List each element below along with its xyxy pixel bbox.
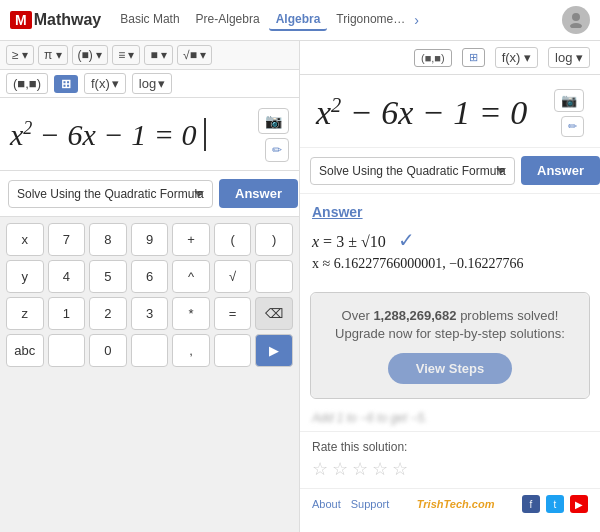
nav-pre-algebra[interactable]: Pre-Algebra: [189, 9, 267, 31]
solve-method-select-right[interactable]: Solve Using the Quadratic Formula: [310, 157, 515, 185]
calc-key-6[interactable]: 6: [131, 260, 169, 293]
calc-key-y[interactable]: y: [6, 260, 44, 293]
star-3[interactable]: ☆: [352, 458, 368, 480]
answer-section: Answer x = 3 ± √10 ✓ x ≈ 6.1622776600000…: [300, 194, 600, 286]
calc-key-lparen[interactable]: (: [214, 223, 252, 256]
right-top-nav: (■,■) ⊞ f(x) ▾ log ▾: [300, 41, 600, 75]
logo-m: M: [10, 11, 32, 29]
calc-key-empty1: [255, 260, 293, 293]
pencil-button-left[interactable]: ✏: [265, 138, 289, 162]
pencil-icon-right: ✏: [568, 120, 577, 132]
equation-display-left[interactable]: x2 − 6x − 1 = 0: [10, 118, 250, 152]
nav-more-button[interactable]: ›: [414, 9, 419, 31]
camera-icon-left: 📷: [265, 113, 282, 129]
answer-button-left[interactable]: Answer: [219, 179, 298, 208]
fx-btn-left[interactable]: f(x) ▾: [84, 73, 126, 94]
answer-label[interactable]: Answer: [312, 204, 588, 220]
camera-button-left[interactable]: 📷: [258, 108, 289, 134]
eq-btn-sqrt[interactable]: √■ ▾: [177, 45, 212, 65]
star-4[interactable]: ☆: [372, 458, 388, 480]
eq-display-right: x2 − 6x − 1 = 0 📷 ✏: [300, 75, 600, 148]
coord-btn-right[interactable]: (■,■): [414, 49, 452, 67]
main-layout: ≥ ▾ π ▾ (■) ▾ ≡ ▾ ■ ▾ √■ ▾ (■,■) ⊞ f(x) …: [0, 41, 600, 532]
calc-grid: x 7 8 9 + ( ) y 4 5 6 ^ √ z 1 2 3 *: [6, 223, 293, 367]
calc-key-5[interactable]: 5: [89, 260, 127, 293]
footer-support[interactable]: Support: [351, 498, 390, 510]
calc-key-9[interactable]: 9: [131, 223, 169, 256]
logo: M Mathway: [10, 11, 101, 29]
calc-key-7[interactable]: 7: [48, 223, 86, 256]
answer-button-right[interactable]: Answer: [521, 156, 600, 185]
answer-line2: x ≈ 6.16227766000001, −0.16227766: [312, 256, 588, 272]
upgrade-text: Over 1,288,269,682 problems solved! Upgr…: [327, 307, 573, 343]
nav-trigonometry[interactable]: Trigonome…: [329, 9, 412, 31]
star-2[interactable]: ☆: [332, 458, 348, 480]
eq-btn-equiv[interactable]: ≡ ▾: [112, 45, 140, 65]
eq-btn-frac[interactable]: ■ ▾: [144, 45, 173, 65]
log-btn-left[interactable]: log ▾: [132, 73, 172, 94]
sub-toolbar: (■,■) ⊞ f(x) ▾ log ▾: [0, 70, 299, 98]
star-1[interactable]: ☆: [312, 458, 328, 480]
facebook-icon[interactable]: f: [522, 495, 540, 513]
fx-label-right: f(x) ▾: [502, 50, 531, 65]
log-btn-right[interactable]: log ▾: [548, 47, 590, 68]
fx-btn-right[interactable]: f(x) ▾: [495, 47, 538, 68]
calc-key-equals[interactable]: =: [214, 297, 252, 330]
solve-row-left: Solve Using the Quadratic Formula Answer: [0, 171, 299, 217]
right-panel: (■,■) ⊞ f(x) ▾ log ▾ x2 − 6x − 1 = 0 📷 ✏: [300, 41, 600, 532]
eq-btn-pi[interactable]: π ▾: [38, 45, 68, 65]
nav-links: Basic Math Pre-Algebra Algebra Trigonome…: [113, 9, 419, 31]
pencil-button-right[interactable]: ✏: [561, 116, 584, 137]
calc-key-empty4: [214, 334, 252, 367]
eq-input-area: x2 − 6x − 1 = 0 📷 ✏: [0, 98, 299, 171]
calc-key-caret[interactable]: ^: [172, 260, 210, 293]
calc-key-4[interactable]: 4: [48, 260, 86, 293]
calc-key-1[interactable]: 1: [48, 297, 86, 330]
camera-icon-right: 📷: [561, 93, 577, 108]
calc-key-z[interactable]: z: [6, 297, 44, 330]
svg-point-0: [572, 13, 580, 21]
nav-basic-math[interactable]: Basic Math: [113, 9, 186, 31]
calc-key-3[interactable]: 3: [131, 297, 169, 330]
avatar[interactable]: [562, 6, 590, 34]
footer-about[interactable]: About: [312, 498, 341, 510]
calc-key-plus[interactable]: +: [172, 223, 210, 256]
twitter-icon[interactable]: t: [546, 495, 564, 513]
grid-btn-left[interactable]: ⊞: [54, 75, 78, 93]
equation-display-right: x2 − 6x − 1 = 0: [316, 94, 546, 132]
upgrade-box: Over 1,288,269,682 problems solved! Upgr…: [310, 292, 590, 399]
calc-key-x[interactable]: x: [6, 223, 44, 256]
calc-key-empty3: [131, 334, 169, 367]
star-5[interactable]: ☆: [392, 458, 408, 480]
calc-key-sqrt[interactable]: √: [214, 260, 252, 293]
calc-key-abc[interactable]: abc: [6, 334, 44, 367]
grid-btn-right[interactable]: ⊞: [462, 48, 485, 67]
fx-label-left: f(x): [91, 76, 110, 91]
camera-button-right[interactable]: 📷: [554, 89, 584, 112]
calc-key-0[interactable]: 0: [89, 334, 127, 367]
calc-key-backspace[interactable]: ⌫: [255, 297, 293, 330]
youtube-icon[interactable]: ▶: [570, 495, 588, 513]
footer-brand: TrishTech.com: [417, 498, 495, 510]
answer-line1: x = 3 ± √10 ✓: [312, 228, 588, 252]
fx-chevron-left: ▾: [112, 76, 119, 91]
eq-toolbar: ≥ ▾ π ▾ (■) ▾ ≡ ▾ ■ ▾ √■ ▾: [0, 41, 299, 70]
calc-key-arrow[interactable]: ▶: [255, 334, 293, 367]
footer-links: About Support: [312, 498, 389, 510]
calc-key-rparen[interactable]: ): [255, 223, 293, 256]
nav-algebra[interactable]: Algebra: [269, 9, 328, 31]
problem-count: 1,288,269,682: [373, 308, 456, 323]
view-steps-button[interactable]: View Steps: [388, 353, 512, 384]
step-hint: Add 1 to −6 to get −5.: [300, 405, 600, 431]
calc-key-multiply[interactable]: *: [172, 297, 210, 330]
eq-btn-paren[interactable]: (■) ▾: [72, 45, 109, 65]
calc-key-comma[interactable]: ,: [172, 334, 210, 367]
solve-method-select[interactable]: Solve Using the Quadratic Formula: [8, 180, 213, 208]
eq-btn-geq[interactable]: ≥ ▾: [6, 45, 34, 65]
calc-key-empty2: [48, 334, 86, 367]
grid-icon-left: ⊞: [61, 77, 71, 91]
coord-btn-left[interactable]: (■,■): [6, 73, 48, 94]
calculator: x 7 8 9 + ( ) y 4 5 6 ^ √ z 1 2 3 *: [0, 217, 299, 532]
calc-key-8[interactable]: 8: [89, 223, 127, 256]
calc-key-2[interactable]: 2: [89, 297, 127, 330]
